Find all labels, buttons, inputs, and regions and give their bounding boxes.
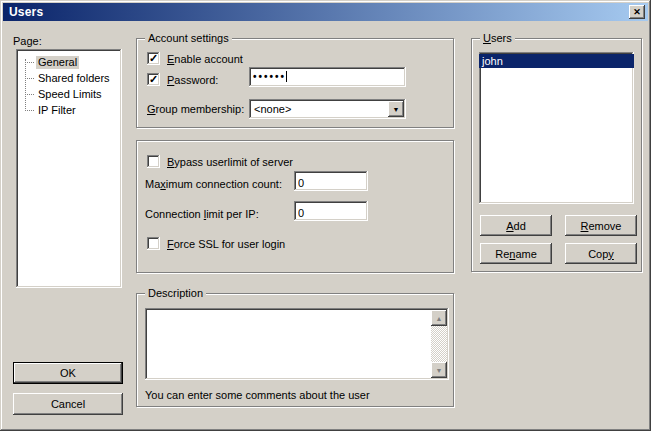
close-icon: ✕	[633, 8, 641, 17]
label-text: ame	[515, 248, 536, 260]
tree-item-label: General	[36, 56, 79, 69]
account-settings-title: Account settings	[145, 32, 232, 45]
scroll-down-icon: ▼	[436, 367, 443, 374]
checkbox-box[interactable]: ✓	[147, 73, 160, 86]
group-membership-select[interactable]: <none> ▼	[249, 99, 406, 119]
tree-item-label: IP Filter	[36, 104, 78, 117]
label-text: assword:	[174, 74, 218, 86]
tree-connector	[25, 78, 34, 79]
description-group: Description ▲ ▼ You can enter some comme…	[136, 293, 454, 407]
password-input[interactable]: ••••••	[249, 67, 406, 87]
label-text: emove	[588, 220, 621, 232]
checkbox-box[interactable]	[147, 155, 160, 168]
label-text: y	[608, 248, 614, 260]
password-value: ••••••	[253, 71, 286, 82]
scroll-up-button[interactable]: ▲	[431, 310, 447, 326]
maximum-connection-count-label: Maximum connection count:	[145, 178, 282, 191]
tree-item-label: Shared folders	[36, 72, 112, 85]
page-label: Page:	[13, 35, 42, 48]
checkbox-label: Bypass userlimit of server	[167, 156, 293, 168]
bypass-userlimit-checkbox[interactable]: Bypass userlimit of server	[147, 155, 293, 168]
button-label: Remove	[581, 220, 622, 232]
tree-connector	[25, 94, 34, 95]
description-text[interactable]	[145, 308, 431, 380]
label-text: nable account	[174, 53, 243, 65]
connection-limit-per-ip-input[interactable]	[294, 201, 368, 221]
chevron-down-icon: ▼	[393, 106, 400, 113]
label-text: F	[167, 238, 174, 250]
label-text: imum connection count:	[166, 178, 282, 190]
scrollbar-track[interactable]	[431, 326, 447, 362]
enable-account-checkbox[interactable]: ✓ Enable account	[147, 52, 243, 65]
copy-button[interactable]: Copy	[565, 243, 637, 264]
description-title: Description	[145, 287, 206, 300]
label-text: orce SSL for user login	[174, 238, 285, 250]
password-checkbox[interactable]: ✓ Password:	[147, 73, 218, 86]
group-membership-value: <none>	[254, 103, 291, 115]
ok-button[interactable]: OK	[13, 362, 123, 384]
connection-limit-per-ip-label: Connection limit per IP:	[145, 208, 259, 221]
label-text: Cop	[588, 248, 608, 260]
tree-item-label: Speed Limits	[36, 88, 104, 101]
checkmark-icon: ✓	[149, 73, 158, 86]
cancel-button[interactable]: Cancel	[13, 393, 123, 415]
title-bar[interactable]: Users ✕	[3, 3, 648, 21]
close-button[interactable]: ✕	[629, 5, 645, 19]
button-label: Add	[506, 220, 526, 232]
rename-button[interactable]: Rename	[480, 243, 552, 264]
remove-button[interactable]: Remove	[565, 215, 637, 236]
label-text: sers	[491, 32, 512, 44]
label-text: U	[483, 32, 491, 44]
scroll-up-icon: ▲	[436, 315, 443, 322]
checkbox-label: Enable account	[167, 53, 243, 65]
users-group-title: Users	[480, 32, 515, 45]
users-list[interactable]: john	[479, 52, 634, 204]
window-title: Users	[9, 5, 43, 19]
checkbox-box[interactable]: ✓	[147, 52, 160, 65]
tree-item-ip-filter[interactable]: IP Filter	[16, 102, 122, 118]
label-text: roup membership:	[156, 103, 245, 115]
button-label: Copy	[588, 248, 614, 260]
list-item-john[interactable]: john	[479, 54, 634, 68]
label-text: dd	[514, 220, 526, 232]
add-button[interactable]: Add	[480, 215, 552, 236]
checkmark-icon: ✓	[149, 52, 158, 65]
button-label: Rename	[495, 248, 537, 260]
label-text: G	[147, 103, 156, 115]
label-text: A	[506, 220, 513, 232]
tree-item-shared-folders[interactable]: Shared folders	[16, 70, 122, 86]
label-text: ypass userlimit of server	[174, 156, 293, 168]
force-ssl-checkbox[interactable]: Force SSL for user login	[147, 237, 285, 250]
label-text: imit per IP:	[206, 208, 259, 220]
users-dialog: Users ✕ Page: General Shared folders Spe…	[0, 0, 651, 431]
label-text: Re	[495, 248, 509, 260]
account-settings-group: Account settings ✓ Enable account ✓ Pass…	[136, 38, 454, 128]
description-textarea[interactable]: ▲ ▼	[145, 308, 449, 380]
dropdown-button[interactable]: ▼	[388, 101, 404, 117]
label-text: Ma	[145, 178, 160, 190]
scroll-down-button[interactable]: ▼	[431, 362, 447, 378]
tree-item-speed-limits[interactable]: Speed Limits	[16, 86, 122, 102]
description-scrollbar[interactable]: ▲ ▼	[431, 310, 447, 378]
description-hint: You can enter some comments about the us…	[145, 389, 370, 402]
label-text: Connection	[145, 208, 204, 220]
group-membership-label: Group membership:	[147, 103, 244, 116]
maximum-connection-count-input[interactable]	[294, 171, 368, 191]
tree-item-general[interactable]: General	[16, 54, 122, 70]
limits-group: Bypass userlimit of server Maximum conne…	[136, 140, 454, 273]
page-tree[interactable]: General Shared folders Speed Limits IP F…	[16, 49, 122, 288]
tree-connector	[25, 110, 34, 111]
text-cursor	[286, 71, 287, 82]
checkbox-label: Force SSL for user login	[167, 238, 285, 250]
users-group: Users john Add Remove Rename Copy	[471, 38, 642, 272]
checkbox-box[interactable]	[147, 237, 160, 250]
checkbox-label: Password:	[167, 74, 218, 86]
tree-connector	[25, 62, 34, 63]
